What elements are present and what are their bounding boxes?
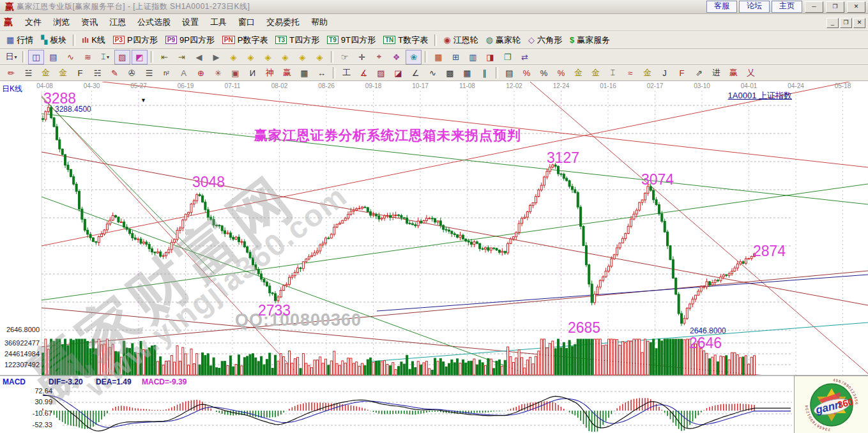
icon-mirror-fold[interactable]: A bbox=[176, 66, 192, 80]
toolbar-item-t-number-table[interactable]: TNT数字表 bbox=[379, 33, 432, 47]
icon-single-candle-dropdown[interactable]: ⌶▾ bbox=[97, 50, 113, 65]
icon-gold-section-line[interactable]: 金 bbox=[588, 66, 604, 80]
toolbar-item-gann-wheel[interactable]: ◉江恩轮 bbox=[439, 33, 482, 47]
icon-n-swing[interactable]: И bbox=[245, 66, 261, 80]
icon-wave-band[interactable]: ≈ bbox=[622, 66, 638, 80]
icon-price-ladder[interactable]: ☰ bbox=[141, 66, 157, 80]
icon-gift-tool[interactable]: ❖ bbox=[388, 50, 404, 65]
icon-first-bar[interactable]: ⇤ bbox=[156, 50, 172, 65]
menu-item-文件[interactable]: 文件 bbox=[19, 15, 47, 29]
icon-square-spiral[interactable]: ▣ bbox=[227, 66, 243, 80]
icon-fib-ladder[interactable]: F bbox=[72, 66, 88, 80]
menu-item-浏览[interactable]: 浏览 bbox=[47, 15, 75, 29]
icon-price-time-grid[interactable]: ▦ bbox=[459, 66, 475, 80]
icon-expand-h-diamond[interactable]: ◈ bbox=[277, 50, 293, 65]
icon-win-zone[interactable]: 赢 bbox=[726, 66, 742, 80]
icon-measure-pin[interactable]: ⌖ bbox=[371, 50, 387, 65]
icon-gold-slash[interactable]: 金 bbox=[639, 66, 655, 80]
icon-grid-129[interactable]: ▦ bbox=[296, 66, 312, 80]
icon-next-bar[interactable]: ▶ bbox=[208, 50, 224, 65]
icon-fan-lines[interactable]: ∡ bbox=[356, 66, 372, 80]
icon-time-cycle-wheel[interactable]: ✇ bbox=[124, 66, 140, 80]
service-button-1[interactable]: 论坛 bbox=[739, 1, 770, 13]
icon-pan-right-diamond[interactable]: ◈ bbox=[243, 50, 259, 65]
icon-red-brush[interactable]: ✏ bbox=[3, 66, 19, 80]
icon-pattern-window[interactable]: ◫ bbox=[28, 50, 44, 65]
icon-pan-left-diamond[interactable]: ◈ bbox=[225, 50, 241, 65]
minimize-button[interactable]: ─ bbox=[805, 1, 823, 13]
icon-dense-grid[interactable]: ▩ bbox=[442, 66, 458, 80]
icon-shaded-box[interactable]: ◪ bbox=[390, 66, 406, 80]
icon-vol-profile[interactable]: ⌶ bbox=[605, 66, 621, 80]
icon-calculator-tool[interactable]: ⊞ bbox=[448, 50, 464, 65]
menu-item-江恩[interactable]: 江恩 bbox=[103, 15, 132, 29]
icon-percent-line[interactable]: % bbox=[553, 66, 569, 80]
menu-item-设置[interactable]: 设置 bbox=[176, 15, 204, 29]
close-button[interactable]: ✕ bbox=[847, 1, 865, 13]
icon-period-daily-dropdown[interactable]: 日▾ bbox=[3, 50, 19, 65]
toolbar-item-kline-chart[interactable]: ılıK线 bbox=[78, 33, 109, 47]
icon-percent-retrace[interactable]: % bbox=[519, 66, 535, 80]
icon-ray-star[interactable]: ✳ bbox=[210, 66, 226, 80]
icon-percent-table[interactable]: ▤ bbox=[501, 66, 517, 80]
icon-export-picture[interactable]: ❐ bbox=[499, 50, 515, 65]
icon-last-bar[interactable]: ⇥ bbox=[174, 50, 190, 65]
icon-fan-box[interactable]: ▨ bbox=[373, 66, 389, 80]
icon-ma-line-9[interactable]: ≋ bbox=[80, 50, 96, 65]
icon-magic-gann[interactable]: 神 bbox=[262, 66, 278, 80]
menu-item-资讯[interactable]: 资讯 bbox=[75, 15, 103, 29]
child-minimize-button[interactable]: _ bbox=[826, 18, 839, 28]
icon-gann-box-mode[interactable]: ▨ bbox=[114, 50, 130, 65]
menu-item-交易委托[interactable]: 交易委托 bbox=[261, 15, 305, 29]
icon-compress-h-diamond[interactable]: ◈ bbox=[260, 50, 276, 65]
toolbar-item-winner-service[interactable]: $赢家服务 bbox=[566, 33, 614, 47]
toolbar-item-nine-p-square[interactable]: P99P四方形 bbox=[162, 33, 218, 47]
icon-ladder-tool[interactable]: ☱ bbox=[20, 66, 36, 80]
child-restore-button[interactable]: ❐ bbox=[840, 18, 852, 28]
icon-expand-v-diamond[interactable]: ◈ bbox=[294, 50, 310, 65]
icon-info-note[interactable]: ▤ bbox=[45, 50, 61, 65]
toolbar-item-t-square[interactable]: T3T四方形 bbox=[271, 33, 323, 47]
icon-gann-compass[interactable]: ⊕ bbox=[193, 66, 209, 80]
icon-crosshair-cursor[interactable]: ✛ bbox=[354, 50, 370, 65]
icon-percent-tool[interactable]: % bbox=[536, 66, 552, 80]
icon-five-wave[interactable]: ☵ bbox=[89, 66, 105, 80]
icon-pan-hand[interactable]: ☞ bbox=[337, 50, 353, 65]
icon-expand-all-diamond[interactable]: ◈ bbox=[312, 50, 328, 65]
icon-parallel-channel[interactable]: ∥ bbox=[476, 66, 492, 80]
icon-step-advance[interactable]: 进 bbox=[708, 66, 724, 80]
icon-trade-diary[interactable]: ▥ bbox=[465, 50, 481, 65]
icon-cross-mark[interactable]: 乂 bbox=[743, 66, 759, 80]
icon-gold-ladder-alt[interactable]: 金 bbox=[55, 66, 71, 80]
icon-prev-bar[interactable]: ◀ bbox=[191, 50, 207, 65]
icon-save-disk[interactable]: ◨ bbox=[482, 50, 498, 65]
toolbar-item-nine-t-square[interactable]: T99T四方形 bbox=[323, 33, 379, 47]
icon-paint-brush[interactable]: ✎ bbox=[107, 66, 123, 80]
service-button-0[interactable]: 客服 bbox=[706, 1, 737, 13]
child-close-button[interactable]: ✕ bbox=[853, 18, 865, 28]
chart-dropdown-caret[interactable]: ▼ bbox=[141, 97, 146, 103]
icon-square-of-nine[interactable]: n² bbox=[158, 66, 174, 80]
restore-button[interactable]: ❐ bbox=[826, 1, 844, 13]
icon-trend-angle[interactable]: ∠ bbox=[407, 66, 423, 80]
menu-item-公式选股[interactable]: 公式选股 bbox=[132, 15, 176, 29]
menu-item-窗口[interactable]: 窗口 bbox=[232, 15, 261, 29]
icon-span-measure[interactable]: ↔ bbox=[314, 66, 330, 80]
icon-trend-color-chart[interactable]: ◩ bbox=[132, 50, 148, 65]
toolbar-item-p-square[interactable]: P3P四方形 bbox=[109, 33, 162, 47]
service-button-2[interactable]: 主页 bbox=[772, 1, 802, 13]
icon-j-line[interactable]: J bbox=[657, 66, 673, 80]
icon-f-line[interactable]: F bbox=[674, 66, 690, 80]
toolbar-item-hexagon-chart[interactable]: ◇六角形 bbox=[524, 33, 566, 47]
icon-data-download[interactable]: ⇄ bbox=[517, 50, 533, 65]
icon-calendar-tool[interactable]: ▦ bbox=[430, 50, 446, 65]
icon-zigzag[interactable]: ∿ bbox=[425, 66, 441, 80]
icon-smart-assist[interactable]: ❀ bbox=[406, 50, 422, 65]
icon-ma-line-3[interactable]: ∿ bbox=[63, 50, 79, 65]
icon-speed-line[interactable]: ⇗ bbox=[691, 66, 707, 80]
toolbar-item-market-quotes[interactable]: ▦行情 bbox=[3, 33, 37, 47]
icon-gold-section-circle[interactable]: 金 bbox=[570, 66, 586, 80]
toolbar-item-p-number-table[interactable]: PNP数字表 bbox=[218, 33, 272, 47]
icon-winner-gann[interactable]: 赢 bbox=[279, 66, 295, 80]
toolbar-item-winner-wheel[interactable]: ◍赢家轮 bbox=[482, 33, 524, 47]
